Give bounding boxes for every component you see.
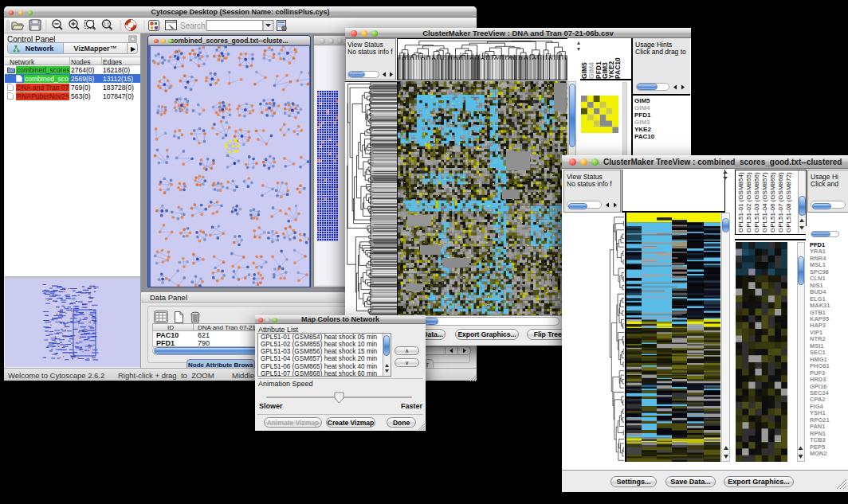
svg-text:GPL51-03 (GSM856): GPL51-03 (GSM856)	[753, 172, 760, 232]
svg-text:PAC10: PAC10	[614, 57, 622, 79]
svg-text:GPL51-06 (GSM865): GPL51-06 (GSM865)	[769, 172, 776, 232]
svg-text:GPL51-07 (GSM868): GPL51-07 (GSM868)	[777, 172, 784, 232]
svg-text:GPL51-02 (GSM855): GPL51-02 (GSM855)	[745, 172, 752, 232]
svg-text:1:1: 1:1	[104, 21, 109, 26]
svg-text:GPL51-08 (GSM872): GPL51-08 (GSM872)	[785, 172, 792, 232]
svg-text:GPL51-01 (GSM854): GPL51-01 (GSM854)	[737, 172, 744, 232]
svg-text:Search:: Search:	[180, 21, 207, 30]
svg-text:GPL51-04 (GSM857): GPL51-04 (GSM857)	[761, 172, 768, 232]
